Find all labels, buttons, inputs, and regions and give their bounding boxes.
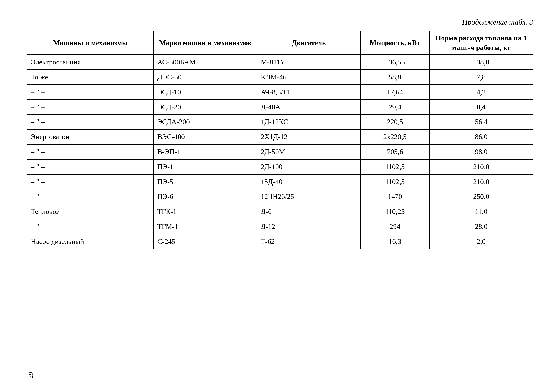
cell-engine: Т-62: [257, 234, 360, 249]
cell-machines: Электростанция: [27, 55, 153, 70]
cell-norm: 250,0: [430, 189, 533, 204]
cell-engine: АЧ-8,5/11: [257, 85, 360, 100]
cell-engine: 2Х1Д-12: [257, 129, 360, 144]
cell-engine: 2Д-100: [257, 159, 360, 174]
cell-machines: Энерговагон: [27, 129, 153, 144]
cell-norm: 138,0: [430, 55, 533, 70]
main-table: Машины и механизмы Марка машин и механиз…: [27, 31, 533, 249]
cell-brand: ПЭ-6: [153, 189, 257, 204]
cell-engine: Д-40А: [257, 100, 360, 115]
cell-engine: 15Д-40: [257, 174, 360, 189]
header-brand: Марка машин и механизмов: [153, 31, 257, 55]
header-norm: Норма расхода топлива на 1 маш.-ч работы…: [430, 31, 533, 55]
cell-power: 1102,5: [360, 174, 430, 189]
cell-power: 220,5: [360, 114, 430, 129]
cell-norm: 210,0: [430, 159, 533, 174]
header-machines: Машины и механизмы: [27, 31, 153, 55]
cell-power: 29,4: [360, 100, 430, 115]
table-row: Насос дизельныйС-245Т-6216,32,0: [27, 234, 533, 249]
cell-power: 536,55: [360, 55, 430, 70]
cell-machines: Насос дизельный: [27, 234, 153, 249]
table-row: – ″ –ЭСД-10АЧ-8,5/1117,644,2: [27, 85, 533, 100]
table-row: ЭнерговагонВЭС-4002Х1Д-122x220,586,0: [27, 129, 533, 144]
cell-brand: АС-500БАМ: [153, 55, 257, 70]
cell-machines: То же: [27, 70, 153, 85]
page: Продолжение табл. 3 Машины и механизмы М…: [0, 0, 560, 392]
table-row: – ″ –ПЭ-515Д-401102,5210,0: [27, 174, 533, 189]
cell-norm: 8,4: [430, 100, 533, 115]
cell-brand: В-ЭП-1: [153, 144, 257, 159]
cell-power: 294: [360, 219, 430, 234]
cell-engine: Д-12: [257, 219, 360, 234]
page-number: 29: [27, 372, 34, 379]
table-header-row: Машины и механизмы Марка машин и механиз…: [27, 31, 533, 55]
cell-power: 1470: [360, 189, 430, 204]
cell-norm: 11,0: [430, 204, 533, 219]
cell-brand: ЭСД-20: [153, 100, 257, 115]
cell-machines: Тепловоз: [27, 204, 153, 219]
cell-engine: 2Д-50М: [257, 144, 360, 159]
cell-brand: ПЭ-1: [153, 159, 257, 174]
cell-brand: ЭСДА-200: [153, 114, 257, 129]
cell-power: 1102,5: [360, 159, 430, 174]
cell-power: 705,6: [360, 144, 430, 159]
cell-brand: ВЭС-400: [153, 129, 257, 144]
cell-brand: ТГМ-1: [153, 219, 257, 234]
table-row: То жеДЭС-50КДМ-4658,87,8: [27, 70, 533, 85]
cell-norm: 56,4: [430, 114, 533, 129]
cell-norm: 4,2: [430, 85, 533, 100]
cell-engine: 1Д-12КС: [257, 114, 360, 129]
cell-machines: – ″ –: [27, 114, 153, 129]
continuation-label: Продолжение табл. 3: [27, 18, 533, 26]
cell-brand: С-245: [153, 234, 257, 249]
cell-power: 58,8: [360, 70, 430, 85]
cell-norm: 210,0: [430, 174, 533, 189]
cell-power: 16,3: [360, 234, 430, 249]
table-row: – ″ –ПЭ-612ЧН26/251470250,0: [27, 189, 533, 204]
header-engine: Двигатель: [257, 31, 360, 55]
cell-power: 2x220,5: [360, 129, 430, 144]
cell-power: 17,64: [360, 85, 430, 100]
cell-norm: 7,8: [430, 70, 533, 85]
cell-machines: – ″ –: [27, 219, 153, 234]
cell-engine: Д-6: [257, 204, 360, 219]
cell-engine: 12ЧН26/25: [257, 189, 360, 204]
cell-norm: 28,0: [430, 219, 533, 234]
cell-engine: М-811У: [257, 55, 360, 70]
cell-engine: КДМ-46: [257, 70, 360, 85]
cell-norm: 86,0: [430, 129, 533, 144]
cell-machines: – ″ –: [27, 144, 153, 159]
table-row: – ″ –ТГМ-1Д-1229428,0: [27, 219, 533, 234]
cell-machines: – ″ –: [27, 174, 153, 189]
table-row: ТепловозТГК-1Д-6110,2511,0: [27, 204, 533, 219]
table-row: – ″ –ЭСД-20Д-40А29,48,4: [27, 100, 533, 115]
cell-norm: 2,0: [430, 234, 533, 249]
cell-brand: ЭСД-10: [153, 85, 257, 100]
cell-brand: ТГК-1: [153, 204, 257, 219]
cell-brand: ДЭС-50: [153, 70, 257, 85]
cell-brand: ПЭ-5: [153, 174, 257, 189]
table-row: – ″ –В-ЭП-12Д-50М705,698,0: [27, 144, 533, 159]
cell-machines: – ″ –: [27, 189, 153, 204]
cell-machines: – ″ –: [27, 100, 153, 115]
cell-power: 110,25: [360, 204, 430, 219]
cell-machines: – ″ –: [27, 159, 153, 174]
table-row: – ″ –ПЭ-12Д-1001102,5210,0: [27, 159, 533, 174]
cell-norm: 98,0: [430, 144, 533, 159]
table-row: – ″ –ЭСДА-2001Д-12КС220,556,4: [27, 114, 533, 129]
header-power: Мощность, кВт: [360, 31, 430, 55]
cell-machines: – ″ –: [27, 85, 153, 100]
table-row: ЭлектростанцияАС-500БАММ-811У536,55138,0: [27, 55, 533, 70]
